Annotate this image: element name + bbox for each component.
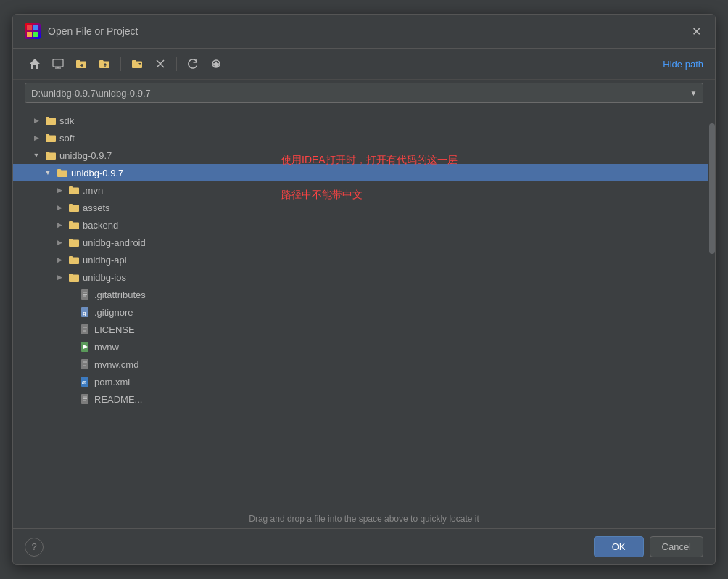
tree-item-unidbg-outer[interactable]: ▼ unidbg-0.9.7 bbox=[13, 147, 708, 164]
tree-item-unidbg-android[interactable]: ▶ unidbg-android bbox=[13, 234, 708, 251]
folder-icon-unidbg-outer bbox=[45, 150, 57, 160]
hide-path-button[interactable]: Hide path bbox=[663, 59, 703, 70]
tree-label-sdk: sdk bbox=[59, 115, 74, 126]
tree-label-backend: backend bbox=[83, 220, 118, 231]
folder-icon-unidbg-ios bbox=[68, 272, 80, 282]
tree-item-gitignore[interactable]: ▶ g .gitignore bbox=[13, 303, 708, 321]
desktop-button[interactable] bbox=[48, 54, 68, 73]
folder-icon-assets bbox=[68, 202, 80, 213]
svg-rect-1 bbox=[33, 25, 38, 30]
tree-item-mvn[interactable]: ▶ .mvn bbox=[13, 181, 708, 199]
folder-icon-backend bbox=[68, 220, 80, 230]
file-icon-readme bbox=[80, 393, 91, 405]
tree-label-mvnw: mvnw bbox=[94, 342, 119, 353]
toolbar: Hide path bbox=[13, 49, 715, 80]
expand-icon-unidbg-api: ▶ bbox=[54, 254, 65, 266]
tree-item-license[interactable]: ▶ LICENSE bbox=[13, 321, 708, 338]
expand-icon-unidbg-android: ▶ bbox=[54, 237, 65, 248]
tree-label-unidbg-api: unidbg-api bbox=[83, 255, 127, 266]
file-icon-gitignore: g bbox=[80, 306, 91, 318]
path-combo: ▼ bbox=[25, 83, 703, 103]
tree-item-pom[interactable]: ▶ m pom.xml bbox=[13, 373, 708, 390]
expand-icon-mvn: ▶ bbox=[54, 184, 65, 196]
svg-rect-3 bbox=[33, 32, 38, 37]
tree-item-sdk[interactable]: ▶ sdk bbox=[13, 112, 708, 129]
tree-label-pom: pom.xml bbox=[94, 377, 130, 387]
delete-button[interactable] bbox=[150, 54, 170, 73]
scrollbar-track[interactable] bbox=[708, 109, 715, 509]
file-icon-mvnw bbox=[80, 341, 91, 353]
expand-icon-unidbg-inner: ▼ bbox=[42, 167, 54, 178]
tree-label-unidbg-ios: unidbg-ios bbox=[83, 272, 126, 283]
cancel-button[interactable]: Cancel bbox=[650, 536, 703, 557]
folder-icon-sdk bbox=[45, 115, 57, 126]
svg-rect-4 bbox=[53, 59, 63, 67]
tree-label-gitignore: .gitignore bbox=[94, 307, 133, 318]
file-icon-gitattributes bbox=[80, 289, 91, 300]
svg-text:m: m bbox=[82, 379, 86, 385]
drag-hint-text: Drag and drop a file into the space abov… bbox=[249, 514, 479, 524]
tree-label-readme: README... bbox=[94, 394, 142, 405]
folder-icon-unidbg-android bbox=[68, 237, 80, 247]
svg-text:g: g bbox=[83, 310, 86, 316]
tree-label-mvnw-cmd: mvnw.cmd bbox=[94, 359, 138, 370]
tree-item-mvnw[interactable]: ▶ mvnw bbox=[13, 338, 708, 356]
file-tree-container: ▶ sdk ▶ soft ▼ bbox=[13, 109, 715, 509]
expand-icon-backend: ▶ bbox=[54, 219, 65, 231]
tree-label-license: LICENSE bbox=[94, 324, 135, 335]
folder-icon-unidbg-api bbox=[68, 255, 80, 265]
refresh-button[interactable] bbox=[183, 54, 203, 73]
expand-icon-unidbg-ios: ▶ bbox=[54, 271, 65, 283]
help-button[interactable]: ? bbox=[25, 538, 44, 557]
tree-item-backend[interactable]: ▶ backend bbox=[13, 216, 708, 234]
home-button[interactable] bbox=[25, 54, 45, 73]
tree-item-readme[interactable]: ▶ README... bbox=[13, 390, 708, 408]
tree-item-unidbg-api[interactable]: ▶ unidbg-api bbox=[13, 251, 708, 268]
open-file-dialog: Open File or Project ✕ bbox=[12, 14, 716, 565]
app-icon bbox=[25, 23, 41, 39]
file-icon-license bbox=[80, 324, 91, 335]
button-bar: ? OK Cancel bbox=[13, 528, 715, 564]
expand-icon-sdk: ▶ bbox=[30, 115, 42, 126]
action-buttons: OK Cancel bbox=[594, 536, 703, 557]
create-folder-button[interactable] bbox=[127, 54, 147, 73]
ok-button[interactable]: OK bbox=[594, 536, 644, 557]
folder-icon-soft bbox=[45, 133, 57, 143]
title-bar-left: Open File or Project bbox=[25, 23, 138, 39]
tree-label-soft: soft bbox=[59, 133, 75, 144]
path-input[interactable] bbox=[25, 83, 687, 103]
path-bar: ▼ bbox=[13, 80, 715, 109]
dialog-title: Open File or Project bbox=[48, 25, 138, 37]
expand-icon-assets: ▶ bbox=[54, 202, 65, 213]
tree-item-mvnw-cmd[interactable]: ▶ mvnw.cmd bbox=[13, 356, 708, 373]
folder-icon-unidbg-inner bbox=[57, 168, 68, 178]
tree-item-soft[interactable]: ▶ soft bbox=[13, 129, 708, 147]
tree-item-unidbg-ios[interactable]: ▶ unidbg-ios bbox=[13, 268, 708, 286]
toolbar-separator-2 bbox=[176, 57, 177, 71]
svg-rect-2 bbox=[27, 32, 32, 37]
drag-hint-bar: Drag and drop a file into the space abov… bbox=[13, 509, 715, 528]
svg-rect-0 bbox=[27, 25, 32, 30]
tree-label-unidbg-inner: unidbg-0.9.7 bbox=[71, 168, 123, 178]
toolbar-separator-1 bbox=[120, 57, 121, 71]
tree-label-unidbg-outer: unidbg-0.9.7 bbox=[59, 150, 112, 161]
title-bar: Open File or Project ✕ bbox=[13, 15, 715, 49]
file-icon-pom: m bbox=[80, 376, 91, 387]
path-dropdown-button[interactable]: ▼ bbox=[684, 83, 703, 103]
expand-icon-soft: ▶ bbox=[30, 132, 42, 144]
file-tree[interactable]: ▶ sdk ▶ soft ▼ bbox=[13, 109, 708, 509]
scrollbar-thumb[interactable] bbox=[709, 123, 715, 254]
tree-label-gitattributes: .gitattributes bbox=[94, 290, 146, 300]
file-icon-mvnw-cmd bbox=[80, 358, 91, 370]
tree-label-mvn: .mvn bbox=[83, 185, 103, 196]
tree-item-assets[interactable]: ▶ assets bbox=[13, 199, 708, 216]
tree-item-gitattributes[interactable]: ▶ .gitattributes bbox=[13, 286, 708, 303]
tree-item-unidbg-inner[interactable]: ▼ unidbg-0.9.7 bbox=[13, 164, 708, 181]
expand-icon-unidbg-outer: ▼ bbox=[30, 149, 42, 161]
bookmark-button[interactable] bbox=[206, 54, 226, 73]
new-folder-button[interactable] bbox=[71, 54, 91, 73]
tree-label-assets: assets bbox=[83, 202, 110, 213]
close-button[interactable]: ✕ bbox=[689, 24, 703, 38]
folder-up-button[interactable] bbox=[94, 54, 115, 73]
tree-label-unidbg-android: unidbg-android bbox=[83, 237, 146, 248]
